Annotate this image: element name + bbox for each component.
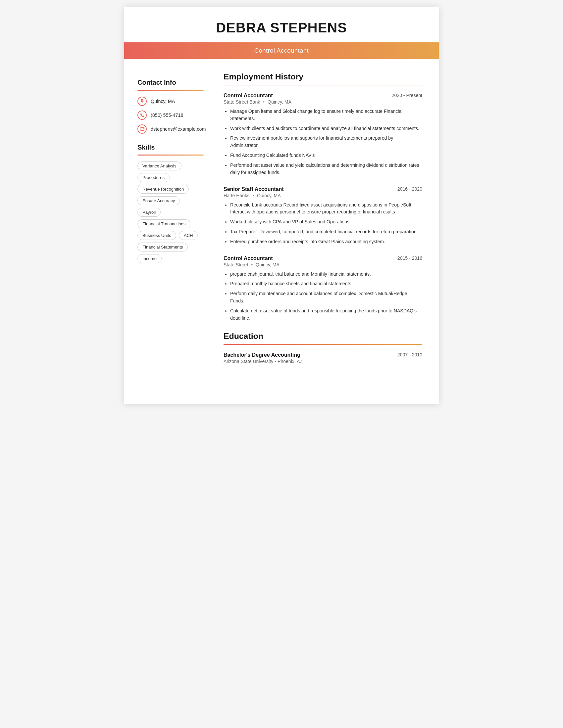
skill-financial-statements: Financial Statements (137, 243, 188, 251)
skills-list: Variance Analysis Procedures Revenue Rec… (137, 161, 204, 263)
job-bullets-2: Reconcile bank accounts Record fixed ass… (223, 202, 422, 246)
employment-title: Employment History (223, 72, 422, 81)
skill-ensure-accuracy: Ensure Accuracy (137, 196, 180, 205)
job-bullets-1: Manage Open items and Global change log … (223, 108, 422, 176)
bullet-item: Prepared monthly balance sheets and fina… (230, 280, 422, 288)
job-bullets-3: prepare cash journal, trial balance and … (223, 271, 422, 322)
bullet-item: Entered purchase orders and receipts int… (230, 238, 422, 246)
bullet-item: Worked closely with CPA and VP of Sales … (230, 218, 422, 226)
education-section: Education Bachelor's Degree Accounting 2… (223, 332, 422, 364)
bullet-item: Work with clients and auditors to coordi… (230, 125, 422, 132)
bullet-item: Tax Preparer: Reviewed, computed, and co… (230, 228, 422, 236)
edu-degree-1: Bachelor's Degree Accounting (223, 352, 301, 358)
contact-divider (137, 90, 204, 91)
job-title-2: Senior Staff Accountant (223, 186, 284, 192)
edu-dates-1: 2007 - 2010 (398, 352, 422, 357)
job-company-1: State Street Bank • Quincy, MA (223, 99, 422, 105)
resume-header: DEBRA STEPHENS (124, 7, 439, 42)
employment-divider (223, 85, 422, 85)
edu-entry-1: Bachelor's Degree Accounting 2007 - 2010… (223, 352, 422, 364)
bullet-item: Perform daily maintenance and account ba… (230, 290, 422, 305)
job-header-1: Control Accountant 2020 - Present (223, 93, 422, 99)
job-dates-3: 2015 - 2016 (398, 255, 422, 261)
job-title-3: Control Accountant (223, 255, 273, 261)
bullet-item: Reconcile bank accounts Record fixed ass… (230, 202, 422, 216)
skill-procedures: Procedures (137, 173, 169, 182)
edu-header-1: Bachelor's Degree Accounting 2007 - 2010 (223, 352, 422, 358)
edu-school-1: Arizona State University • Phoenix, AZ (223, 359, 422, 364)
skill-ach: ACH (179, 231, 198, 240)
job-entry-2: Senior Staff Accountant 2016 - 2020 Hart… (223, 186, 422, 246)
contact-section-title: Contact Info (137, 79, 204, 86)
skill-income: Income (137, 254, 162, 263)
education-title: Education (223, 332, 422, 341)
bullet-item: Fund Accounting Calculated funds NAV's (230, 152, 422, 159)
skill-variance-analysis: Variance Analysis (137, 161, 181, 170)
candidate-name: DEBRA STEPHENS (144, 20, 419, 36)
email-icon (137, 124, 147, 134)
bullet-item: Manage Open items and Global change log … (230, 108, 422, 122)
skill-business-units: Business Units (137, 231, 176, 240)
sidebar: Contact Info Quincy, MA (850) 555-4718 (124, 69, 213, 379)
job-dates-1: 2020 - Present (392, 93, 422, 98)
email-text: dstephens@example.com (151, 126, 206, 132)
bullet-item: prepare cash journal, trial balance and … (230, 271, 422, 278)
job-entry-1: Control Accountant 2020 - Present State … (223, 93, 422, 176)
skill-revenue-recognition: Revenue Recognition (137, 185, 189, 194)
contact-location: Quincy, MA (137, 97, 204, 106)
job-header-3: Control Accountant 2015 - 2016 (223, 255, 422, 261)
skills-divider (137, 155, 204, 156)
skill-financial-transactions: Financial Transactions (137, 219, 190, 228)
svg-rect-0 (140, 128, 144, 131)
job-title-1: Control Accountant (223, 93, 273, 99)
education-divider (223, 344, 422, 345)
bullet-item: Performed net asset value and yield calc… (230, 162, 422, 176)
title-bar: Control Accountant (124, 42, 439, 59)
job-entry-3: Control Accountant 2015 - 2016 State Str… (223, 255, 422, 322)
resume-document: DEBRA STEPHENS Control Accountant Contac… (124, 7, 439, 404)
location-text: Quincy, MA (151, 99, 175, 104)
phone-icon (137, 111, 147, 120)
contact-phone: (850) 555-4718 (137, 111, 204, 120)
bullet-item: Review investment portfolios and support… (230, 135, 422, 149)
main-content: Employment History Control Accountant 20… (213, 69, 439, 379)
location-icon (137, 97, 147, 106)
contact-email: dstephens@example.com (137, 124, 204, 134)
job-company-2: Harte Hanks • Quincy, MA (223, 193, 422, 198)
employment-section: Employment History Control Accountant 20… (223, 72, 422, 322)
bullet-item: Calculate net asset value of funds and r… (230, 307, 422, 322)
job-header-2: Senior Staff Accountant 2016 - 2020 (223, 186, 422, 192)
phone-text: (850) 555-4718 (151, 113, 183, 118)
skill-payroll: Payroll (137, 208, 161, 217)
skills-section-title: Skills (137, 144, 204, 151)
job-dates-2: 2016 - 2020 (398, 186, 422, 192)
job-title-header: Control Accountant (254, 47, 309, 54)
resume-body: Contact Info Quincy, MA (850) 555-4718 (124, 69, 439, 392)
job-company-3: State Street • Quincy, MA (223, 262, 422, 267)
